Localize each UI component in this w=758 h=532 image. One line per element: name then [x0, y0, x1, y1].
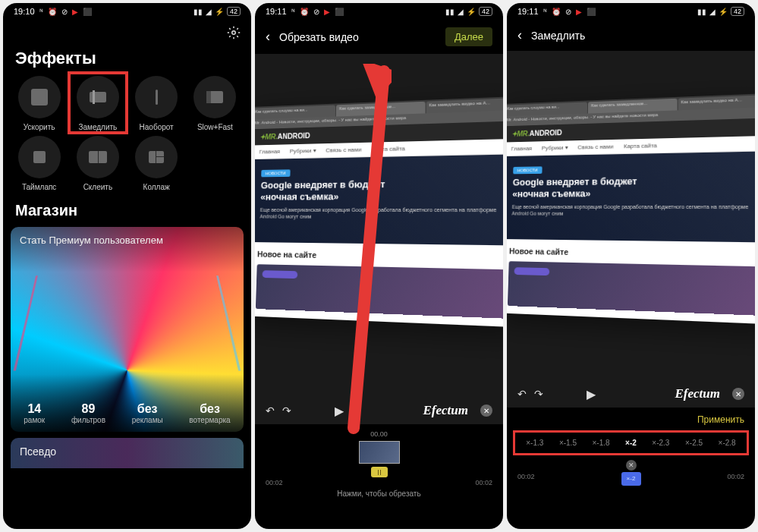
tl-speed-chip: ×-2	[621, 472, 641, 486]
nfc-icon: ᴺ	[291, 8, 295, 16]
status-bar: 19:11 ᴺ ⏰ ⊘ ▶ ⬛ ▮▮ ◢ ⚡ 42	[507, 3, 755, 20]
nfc-icon: ᴺ	[543, 8, 547, 16]
wifi-icon: ◢	[206, 8, 212, 16]
collage-icon	[149, 151, 164, 163]
screen-title: Замедлить	[531, 30, 744, 42]
apply-button[interactable]: Применить	[697, 414, 744, 425]
speed-option[interactable]: ×-1.5	[559, 439, 577, 447]
trim-right-time: 00:02	[475, 479, 492, 486]
status-bar: 19:10 ᴺ ⏰ ⊘ ▶ ⬛ ▮▮ ◢ ⚡ 42	[3, 3, 251, 20]
undo-icon[interactable]: ↶	[266, 405, 275, 417]
battery-pct: 42	[479, 7, 492, 16]
browser-tab: Как замедлить видео на А...	[426, 98, 503, 114]
back-button[interactable]: ‹	[517, 27, 522, 43]
undo-icon[interactable]: ↶	[517, 388, 527, 400]
play-button[interactable]: ▶	[335, 404, 344, 418]
site-logo: ✦MR.ANDROID	[511, 129, 562, 138]
trim-area: 00.00 00:02 00:02 Нажми, чтобы обрезать	[255, 424, 503, 504]
article-thumb	[508, 261, 755, 316]
pseudo-card[interactable]: Псевдо	[11, 438, 244, 468]
svg-point-0	[232, 31, 236, 35]
settings-icon[interactable]	[227, 26, 241, 39]
slow-down-icon	[90, 92, 106, 102]
speed-option[interactable]: ×-2.3	[652, 439, 669, 447]
remove-watermark-icon[interactable]: ✕	[480, 405, 492, 417]
dnd-icon: ⊘	[61, 8, 68, 16]
status-bar: 19:11 ᴺ ⏰ ⊘ ▶ ⬛ ▮▮ ◢ ⚡ 42	[255, 3, 503, 20]
effect-timelapse[interactable]: Таймлапс	[12, 136, 66, 191]
effect-slowfast[interactable]: Slow+Fast	[188, 76, 242, 131]
premium-cta: Стать Премиум пользователем	[20, 235, 163, 246]
youtube-icon: ▶	[72, 8, 78, 16]
reverse-icon	[156, 90, 158, 105]
video-preview[interactable]: Как сделать слоумо на ви... Как сделать …	[255, 54, 503, 424]
status-time: 19:11	[266, 7, 287, 16]
speed-option[interactable]: ×-2	[625, 439, 637, 447]
merge-icon	[89, 151, 107, 163]
premium-stats: 14рамок 89фильтров безрекламы безвотерма…	[11, 402, 244, 424]
status-time: 19:10	[14, 7, 35, 16]
battery-pct: 42	[731, 7, 744, 16]
youtube-icon: ▶	[576, 8, 582, 16]
app-watermark: Efectum	[675, 386, 720, 401]
alarm-icon: ⏰	[552, 8, 561, 16]
effect-slow-down[interactable]: Замедлить	[71, 76, 124, 131]
signal-icon: ▮▮	[697, 8, 706, 16]
battery-icon: ⚡	[719, 8, 728, 16]
alarm-icon: ⏰	[48, 8, 57, 16]
browser-tab: Как замедлить видео на А...	[678, 95, 755, 111]
speed-up-icon	[31, 89, 48, 105]
back-button[interactable]: ‹	[266, 29, 270, 45]
screen-trim: 19:11 ᴺ ⏰ ⊘ ▶ ⬛ ▮▮ ◢ ⚡ 42 ‹ Обрезать вид…	[255, 3, 503, 529]
tl-marker[interactable]: ✕ ×-2	[621, 460, 641, 486]
effect-reverse[interactable]: Наоборот	[130, 76, 184, 131]
redo-icon[interactable]: ↷	[534, 388, 543, 400]
effect-speed-up[interactable]: Ускорить	[12, 76, 66, 131]
preview-content: Как сделать слоумо на ви... Как сделать …	[507, 93, 755, 325]
youtube-icon: ▶	[324, 8, 330, 16]
video-preview[interactable]: Как сделать слоумо на ви... Как сделать …	[507, 51, 755, 408]
effect-merge[interactable]: Склеить	[71, 136, 124, 191]
slowfast-icon	[206, 91, 223, 103]
preview-content: Как сделать слоумо на ви... Как сделать …	[255, 96, 503, 328]
site-logo: ✦MR.ANDROID	[259, 132, 310, 141]
trim-hint: Нажми, чтобы обрезать	[255, 486, 503, 501]
app-watermark: Efectum	[423, 403, 468, 418]
article-thumb	[256, 264, 503, 319]
status-time: 19:11	[517, 7, 539, 16]
cast-icon: ⬛	[335, 8, 344, 16]
battery-icon: ⚡	[215, 8, 224, 16]
play-button[interactable]: ▶	[587, 387, 596, 401]
speed-option[interactable]: ×-1.3	[526, 439, 543, 447]
speed-selector: ×-1.3×-1.5×-1.8×-2×-2.3×-2.5×-2.8	[513, 430, 749, 455]
speed-timeline[interactable]: 00:02 ✕ ×-2 00:02	[507, 460, 755, 493]
signal-icon: ▮▮	[193, 8, 203, 16]
close-icon[interactable]: ✕	[626, 460, 637, 471]
trim-left-time: 00:02	[266, 479, 283, 486]
screen-effects: 19:10 ᴺ ⏰ ⊘ ▶ ⬛ ▮▮ ◢ ⚡ 42 Эффекты Ускори…	[3, 3, 251, 529]
redo-icon[interactable]: ↷	[282, 405, 291, 417]
battery-pct: 42	[227, 7, 241, 16]
wifi-icon: ◢	[709, 8, 716, 16]
next-button[interactable]: Далее	[445, 27, 492, 46]
cast-icon: ⬛	[587, 8, 596, 16]
battery-icon: ⚡	[467, 8, 476, 16]
speed-option[interactable]: ×-2.8	[719, 439, 736, 447]
trim-handle[interactable]	[371, 467, 388, 477]
effects-title: Эффекты	[3, 46, 251, 76]
dnd-icon: ⊘	[313, 8, 319, 16]
wifi-icon: ◢	[458, 8, 464, 16]
speed-option[interactable]: ×-2.5	[685, 439, 703, 447]
screen-slowmo: 19:11 ᴺ ⏰ ⊘ ▶ ⬛ ▮▮ ◢ ⚡ 42 ‹ Замедлить Ка…	[507, 3, 755, 529]
premium-card[interactable]: Стать Премиум пользователем 14рамок 89фи…	[11, 227, 244, 432]
remove-watermark-icon[interactable]: ✕	[732, 388, 744, 400]
nfc-icon: ᴺ	[39, 8, 43, 16]
speed-option[interactable]: ×-1.8	[592, 439, 609, 447]
effect-collage[interactable]: Коллаж	[130, 136, 184, 191]
trim-thumbnail[interactable]	[359, 441, 400, 464]
tl-right-time: 00:02	[727, 473, 744, 480]
dnd-icon: ⊘	[565, 8, 571, 16]
store-title: Магазин	[3, 191, 251, 227]
trim-top-time: 00.00	[255, 430, 503, 438]
tl-left-time: 00:02	[517, 473, 535, 480]
